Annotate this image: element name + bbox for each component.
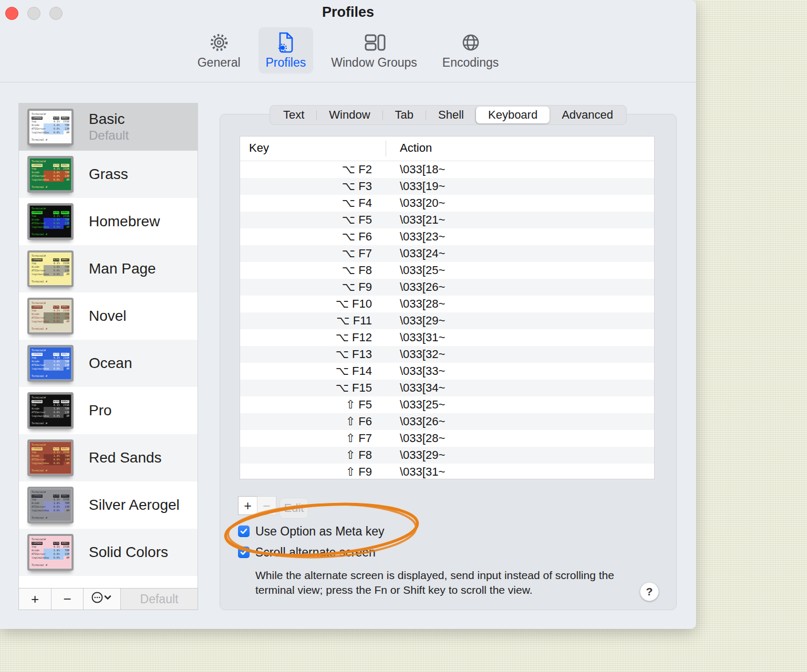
tab-tab[interactable]: Tab [383,107,426,123]
action-cell: \033[24~ [386,247,445,260]
profile-thumbnail: Terminal# COMMAND%CPURPRVT top4.1%231KXc… [27,534,74,571]
key-cell: ⌥ F14 [240,364,386,378]
table-row[interactable]: ⌥ F14 \033[33~ [240,363,654,380]
profile-list-item[interactable]: Terminal# COMMAND%CPURPRVT top4.1%231KXc… [19,434,198,481]
profile-list-item[interactable]: Terminal# COMMAND%CPURPRVT top4.1%231KXc… [19,292,198,340]
profile-list-footer: + − Default [18,588,198,610]
table-row[interactable]: ⌥ F15 \033[34~ [240,380,654,396]
thumbnail-screen: Terminal# COMMAND%CPURPRVT top4.1%231KXc… [29,205,71,238]
profile-list-item[interactable]: Terminal# COMMAND%CPURPRVT top4.1%231KXc… [19,387,198,434]
remove-profile-button[interactable]: − [51,589,84,610]
more-actions-button[interactable] [84,589,121,610]
profile-thumbnail: Terminal# COMMAND%CPURPRVT top4.1%231KXc… [27,250,74,287]
table-row[interactable]: ⌥ F8 \033[25~ [240,262,654,279]
tab-shell[interactable]: Shell [426,107,476,123]
table-row[interactable]: ⌥ F11 \033[29~ [240,312,654,329]
action-cell: \033[23~ [386,230,445,244]
gear-icon [209,32,230,54]
profile-list-item[interactable]: Terminal# COMMAND%CPURPRVT top4.1%231KXc… [19,529,198,576]
key-cell: ⌥ F8 [240,264,386,277]
action-cell: \033[26~ [386,415,445,428]
set-default-button[interactable]: Default [121,589,198,610]
profile-thumbnail: Terminal# COMMAND%CPURPRVT top4.1%231KXc… [27,345,74,382]
toolbar-item-label: Window Groups [331,56,417,70]
scroll-alternate-screen-checkbox[interactable] [238,547,250,558]
action-cell: \033[31~ [386,331,445,344]
toolbar-item-profiles[interactable]: Profiles [258,27,314,74]
mapping-buttons: + − Edit [238,496,308,519]
table-row[interactable]: ⇧ F5 \033[25~ [240,396,654,413]
thumbnail-screen: Terminal# COMMAND%CPURPRVT top4.1%231KXc… [29,536,71,569]
thumbnail-screen: Terminal# COMMAND%CPURPRVT top4.1%231KXc… [29,300,71,332]
table-row[interactable]: ⌥ F7 \033[24~ [240,245,654,262]
toolbar-item-encodings[interactable]: Encodings [435,27,506,74]
profile-name: Novel [89,308,127,324]
table-row[interactable]: ⇧ F8 \033[29~ [240,447,654,464]
table-row[interactable]: ⌥ F6 \033[23~ [240,228,654,245]
action-column-header[interactable]: Action [400,141,432,155]
profile-thumbnail: Terminal# COMMAND%CPURPRVT top4.1%231KXc… [27,439,74,476]
tab-window[interactable]: Window [317,107,382,123]
window-title: Profiles [0,4,696,20]
help-button[interactable]: ? [640,582,659,601]
table-row[interactable]: ⌥ F9 \033[26~ [240,279,654,296]
action-cell: \033[20~ [386,196,445,210]
profile-list-item[interactable]: Terminal# COMMAND%CPURPRVT top4.1%231KXc… [19,151,198,198]
key-cell: ⌥ F5 [240,213,386,227]
table-row[interactable]: ⇧ F6 \033[26~ [240,413,654,430]
profile-list: Terminal# COMMAND%CPURPRVT top4.1%231KXc… [18,103,198,589]
action-cell: \033[28~ [386,297,445,311]
terminal-preferences-window: Profiles General [0,0,696,629]
table-header: Key Action [240,136,654,161]
key-column-header[interactable]: Key [249,141,269,155]
use-option-as-meta-checkbox[interactable] [238,526,250,537]
checkmark-icon [240,549,247,555]
checkmark-icon [240,528,247,534]
key-cell: ⌥ F7 [240,247,386,260]
profile-list-item[interactable]: Terminal# COMMAND%CPURPRVT top4.1%231KXc… [19,340,198,387]
profile-list-item[interactable]: Terminal# COMMAND%CPURPRVT top4.1%231KXc… [19,103,198,151]
profile-thumbnail: Terminal# COMMAND%CPURPRVT top4.1%231KXc… [27,156,74,193]
edit-mapping-button[interactable]: Edit [280,498,308,519]
window-groups-icon [362,32,386,54]
profile-settings-panel: Text Window Tab Shell Keyboard Advanced … [220,114,677,610]
scroll-alternate-screen-row: Scroll alternate screen [238,546,376,559]
table-row[interactable]: ⌥ F4 \033[20~ [240,195,654,212]
key-cell: ⇧ F9 [240,465,386,479]
tab-advanced[interactable]: Advanced [550,107,625,123]
toolbar-item-general[interactable]: General [190,27,248,74]
table-row[interactable]: ⌥ F10 \033[28~ [240,296,654,312]
table-row[interactable]: ⇧ F7 \033[28~ [240,430,654,447]
profile-name: Ocean [89,355,132,372]
thumbnail-screen: Terminal# COMMAND%CPURPRVT top4.1%231KXc… [29,489,71,521]
table-row[interactable]: ⇧ F9 \033[31~ [240,464,654,479]
table-row[interactable]: ⌥ F3 \033[19~ [240,178,654,195]
action-cell: \033[31~ [386,465,445,479]
table-row[interactable]: ⌥ F12 \033[31~ [240,329,654,346]
add-mapping-button[interactable]: + [238,496,257,515]
key-cell: ⌥ F12 [240,331,386,344]
desktop: Profiles General [0,0,807,672]
profile-list-item[interactable]: Terminal# COMMAND%CPURPRVT top4.1%231KXc… [19,198,198,245]
profile-list-item[interactable]: Terminal# COMMAND%CPURPRVT top4.1%231KXc… [19,481,198,529]
tab-keyboard[interactable]: Keyboard [476,107,550,123]
tab-text[interactable]: Text [271,107,316,123]
key-cell: ⌥ F4 [240,196,386,210]
table-row[interactable]: ⌥ F2 \033[18~ [240,161,654,178]
key-cell: ⌥ F6 [240,230,386,244]
add-profile-button[interactable]: + [19,589,51,610]
remove-mapping-button[interactable]: − [257,496,276,515]
key-cell: ⌥ F15 [240,381,386,395]
preferences-toolbar: General Profiles [0,27,696,74]
table-body: ⌥ F2 \033[18~ ⌥ F3 \033[19~ ⌥ F4 \033[20… [240,161,654,479]
table-row[interactable]: ⌥ F5 \033[21~ [240,212,654,228]
table-row[interactable]: ⌥ F13 \033[32~ [240,346,654,363]
profile-list-item[interactable]: Terminal# COMMAND%CPURPRVT top4.1%231KXc… [19,245,198,292]
profile-tabs: Text Window Tab Shell Keyboard Advanced [270,105,627,125]
action-cell: \033[25~ [386,264,445,277]
action-cell: \033[18~ [386,163,445,176]
profile-thumbnail: Terminal# COMMAND%CPURPRVT top4.1%231KXc… [27,392,74,429]
action-cell: \033[26~ [386,280,445,294]
action-cell: \033[33~ [386,364,445,378]
toolbar-item-window-groups[interactable]: Window Groups [324,27,425,74]
